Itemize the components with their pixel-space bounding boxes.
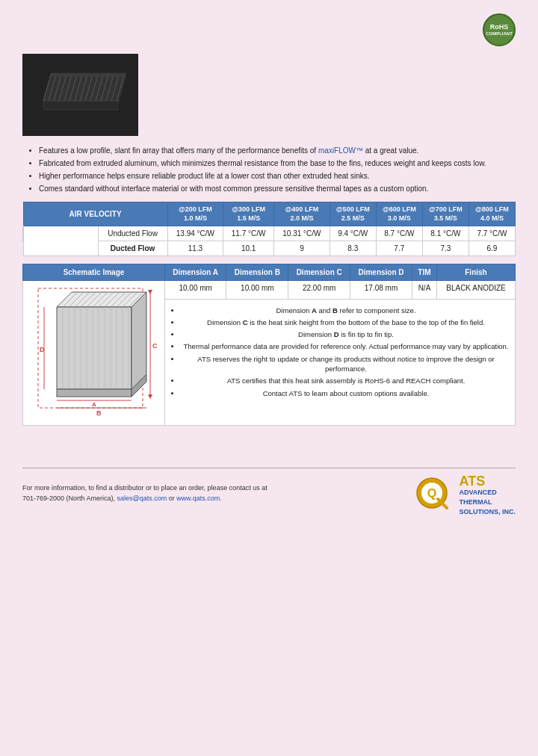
footer-text-block: For more information, to find a distribu…: [22, 483, 268, 507]
svg-rect-17: [51, 73, 126, 76]
ats-acronym: ATS: [459, 474, 516, 488]
list-item: Dimension C is the heat sink height from…: [181, 317, 511, 327]
product-image-block: [22, 54, 142, 138]
list-item: ATS certifies that this heat sink assemb…: [181, 376, 511, 385]
website-link[interactable]: www.qats.com: [176, 495, 220, 502]
list-item: Dimension A and B refer to component siz…: [181, 306, 511, 315]
tim-header: TIM: [412, 264, 436, 281]
unducted-400: 10.31 °C/W: [274, 226, 330, 241]
ats-logo: Q ATS ADVANCEDTHERMALSOLUTIONS, INC.: [415, 474, 516, 516]
ducted-400: 9: [274, 241, 330, 256]
maxiflow-link: maxiFLOW™: [318, 146, 363, 155]
contact-info: For more information, to find a distribu…: [22, 483, 268, 504]
list-item: Features a low profile, slant fin array …: [39, 146, 516, 156]
air-velocity-header: AIR VELOCITY: [23, 202, 167, 226]
list-item: Thermal performance data are provided fo…: [181, 341, 511, 351]
dim-b-value: 10.00 mm: [226, 281, 288, 299]
dim-a-value: 10.00 mm: [165, 281, 226, 299]
col-400lfm: @400 LFM2.0 M/S: [274, 202, 330, 226]
thermal-table: AIR VELOCITY @200 LFM1.0 M/S @300 LFM1.5…: [22, 202, 516, 256]
page: RoHS COMPLIANT: [0, 0, 538, 756]
ducted-600: 7.7: [376, 241, 422, 256]
svg-text:A: A: [92, 401, 96, 408]
col-600lfm: @600 LFM3.0 M/S: [376, 202, 422, 226]
heatsink-illustration: [28, 60, 133, 131]
dim-d-value: 17.08 mm: [350, 281, 412, 299]
schematic-cell: C B A D: [23, 281, 165, 426]
finish-value: BLACK ANODIZE: [436, 281, 515, 299]
product-detail-table: Schematic Image Dimension A Dimension B …: [22, 264, 516, 426]
ducted-300: 10.1: [223, 241, 274, 256]
schematic-illustration: C B A D: [31, 285, 158, 434]
email-link[interactable]: sales@qats.com: [117, 495, 167, 502]
product-info: [22, 54, 516, 138]
svg-marker-1: [43, 75, 126, 101]
unducted-500: 9.4 °C/W: [330, 226, 376, 241]
list-item: ATS reserves the right to update or chan…: [181, 354, 511, 374]
features-section: Features a low profile, slant fin array …: [22, 146, 516, 194]
svg-text:Q: Q: [427, 487, 436, 500]
svg-marker-47: [132, 292, 146, 389]
footer-divider: [22, 468, 516, 468]
ducted-label: Ducted Flow: [98, 241, 167, 256]
footer: For more information, to find a distribu…: [22, 474, 516, 516]
thermal-resistance-label: [23, 226, 98, 256]
list-item: Higher performance helps ensure reliable…: [39, 171, 516, 182]
unducted-label: Unducted Flow: [98, 226, 167, 241]
unducted-700: 8.1 °C/W: [422, 226, 469, 241]
notes-cell: Dimension A and B refer to component siz…: [165, 299, 516, 426]
tim-value: N/A: [412, 281, 436, 299]
schematic-svg: C B A D: [31, 285, 158, 419]
dim-c-value: 22.00 mm: [288, 281, 350, 299]
dim-a-header: Dimension A: [165, 264, 226, 281]
svg-rect-0: [43, 101, 118, 110]
features-list: Features a low profile, slant fin array …: [22, 146, 516, 194]
ducted-700: 7.3: [422, 241, 469, 256]
table-row: Unducted Flow 13.94 °C/W 11.7 °C/W 10.31…: [23, 226, 516, 241]
col-300lfm: @300 LFM1.5 M/S: [223, 202, 274, 226]
header: RoHS COMPLIANT: [22, 13, 516, 46]
list-item: Dimension D is fin tip to fin tip.: [181, 329, 511, 339]
ats-logo-text: ATS ADVANCEDTHERMALSOLUTIONS, INC.: [459, 474, 516, 516]
col-500lfm: @500 LFM2.5 M/S: [330, 202, 376, 226]
dim-b-header: Dimension B: [226, 264, 288, 281]
product-details-table: [157, 54, 516, 138]
list-item: Comes standard without interface materia…: [39, 184, 516, 194]
dim-c-header: Dimension C: [288, 264, 350, 281]
unducted-600: 8.7 °C/W: [376, 226, 422, 241]
ats-company-name: ADVANCEDTHERMALSOLUTIONS, INC.: [459, 488, 516, 516]
ats-q-logo: Q: [415, 477, 453, 514]
table-row: C B A D: [23, 281, 516, 299]
col-800lfm: @800 LFM4.0 M/S: [469, 202, 515, 226]
thermal-performance-section: AIR VELOCITY @200 LFM1.0 M/S @300 LFM1.5…: [22, 202, 516, 256]
svg-marker-34: [57, 307, 132, 389]
svg-rect-48: [57, 389, 132, 397]
product-image: [22, 54, 138, 136]
dim-d-header: Dimension D: [350, 264, 412, 281]
rohs-badge: RoHS COMPLIANT: [483, 13, 516, 46]
unducted-800: 7.7 °C/W: [469, 226, 515, 241]
ducted-200: 11.3: [167, 241, 223, 256]
finish-header: Finish: [436, 264, 515, 281]
col-200lfm: @200 LFM1.0 M/S: [167, 202, 223, 226]
product-detail-section: Schematic Image Dimension A Dimension B …: [22, 264, 516, 426]
unducted-200: 13.94 °C/W: [167, 226, 223, 241]
list-item: Fabricated from extruded aluminum, which…: [39, 158, 516, 169]
unducted-300: 11.7 °C/W: [223, 226, 274, 241]
ducted-500: 8.3: [330, 241, 376, 256]
col-700lfm: @700 LFM3.5 M/S: [422, 202, 469, 226]
notes-list: Dimension A and B refer to component siz…: [169, 306, 511, 398]
ducted-800: 6.9: [469, 241, 515, 256]
schematic-header: Schematic Image: [23, 264, 165, 281]
svg-text:B: B: [96, 409, 102, 417]
list-item: Contact ATS to learn about custom option…: [181, 388, 511, 398]
svg-text:C: C: [152, 342, 158, 350]
